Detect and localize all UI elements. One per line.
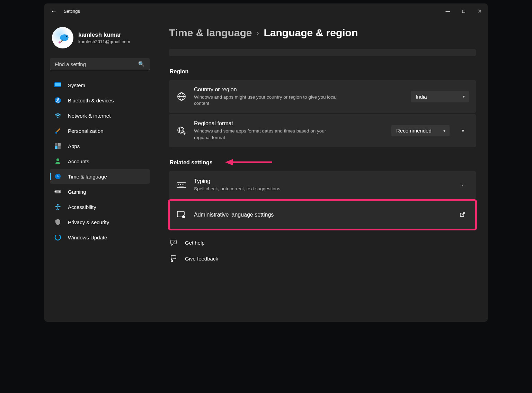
card-subtitle: Spell check, autocorrect, text suggestio… [194,186,449,192]
avatar [52,27,73,48]
nav-label: Bluetooth & devices [68,98,114,103]
card-text: Country or region Windows and apps might… [194,86,403,107]
user-email: kamlesh2011@gmail.com [78,39,130,44]
chevron-right-icon: › [257,29,259,37]
nav-apps[interactable]: Apps [50,139,150,153]
nav-personalization[interactable]: Personalization [50,124,150,138]
titlebar: ← Settings — □ ✕ [44,3,488,19]
settings-window: ← Settings — □ ✕ [44,3,488,322]
nav: System Bluetooth & devices Network & int… [50,78,150,245]
format-select[interactable]: Recommended ▾ [391,125,450,136]
expand-chevron-icon[interactable]: ▾ [457,128,469,134]
svg-rect-8 [55,143,57,146]
search-input[interactable] [55,61,135,67]
card-title: Regional format [194,120,384,127]
display-icon [54,81,62,89]
svg-point-12 [56,158,59,161]
chevron-right-icon: › [456,182,468,188]
accessibility-icon [54,203,62,211]
close-button[interactable]: ✕ [472,6,488,17]
gamepad-icon [54,188,62,195]
get-help-link[interactable]: ? Get help [170,238,486,247]
back-icon[interactable]: ← [51,8,57,15]
footer-links: ? Get help Give feedback [169,238,486,263]
regional-format-row[interactable]: 字 Regional format Windows and some apps … [169,114,476,147]
nav-label: Personalization [68,128,104,134]
search-box[interactable]: 🔍 [50,58,150,70]
nav-time-language[interactable]: Time & language [50,169,150,184]
nav-bluetooth[interactable]: Bluetooth & devices [50,93,150,108]
globe-a-icon: 字 [177,126,186,136]
update-icon [54,234,62,241]
globe-icon [177,92,186,101]
svg-rect-4 [55,83,61,86]
wifi-icon [54,112,62,119]
admin-language-settings-link[interactable]: Administrative language settings [169,200,476,229]
nav-accessibility[interactable]: Accessibility [50,200,150,214]
user-name: kamlesh kumar [78,31,130,38]
user-block[interactable]: kamlesh kumar kamlesh2011@gmail.com [50,22,150,57]
maximize-button[interactable]: □ [456,6,472,17]
country-region-row[interactable]: Country or region Windows and apps might… [169,80,476,113]
card-text: Typing Spell check, autocorrect, text su… [194,178,449,192]
nav-accounts[interactable]: Accounts [50,154,150,168]
svg-point-2 [59,42,61,44]
help-icon: ? [170,238,177,247]
svg-rect-28 [177,183,186,188]
select-value: Recommended [396,128,432,134]
nav-label: Time & language [68,174,107,180]
breadcrumb-current: Language & region [264,27,358,39]
section-related: Related settings [170,159,486,166]
footer-label: Get help [185,240,205,246]
open-external-icon [456,212,468,218]
keyboard-icon [177,180,186,190]
card-text: Regional format Windows and some apps fo… [194,120,384,140]
svg-text:?: ? [173,240,175,244]
nav-label: System [68,82,85,88]
related-settings-group: Related settings Typing Spell check, aut… [169,159,486,229]
nav-network[interactable]: Network & internet [50,108,150,123]
minimize-button[interactable]: — [440,6,456,17]
nav-update[interactable]: Windows Update [50,230,150,245]
svg-point-16 [60,192,61,193]
footer-label: Give feedback [185,256,218,262]
admin-lang-icon [177,210,186,220]
country-select[interactable]: India ▾ [411,91,469,102]
nav-label: Accounts [68,158,89,164]
nav-label: Windows Update [68,235,107,240]
give-feedback-link[interactable]: Give feedback [170,254,486,263]
breadcrumb: Time & language › Language & region [169,27,486,39]
app-title: Settings [64,9,80,14]
svg-rect-11 [58,146,61,149]
bluetooth-icon [54,97,62,104]
brush-icon [54,127,62,135]
nav-label: Apps [68,143,80,149]
svg-point-17 [57,204,59,205]
collapsed-card[interactable] [169,49,476,56]
svg-point-15 [59,191,60,192]
nav-gaming[interactable]: Gaming [50,184,150,199]
card-text: Administrative language settings [194,212,449,218]
body: kamlesh kumar kamlesh2011@gmail.com 🔍 Sy… [44,19,488,322]
nav-label: Network & internet [68,113,110,119]
shield-icon [54,218,62,226]
card-title: Administrative language settings [194,212,449,218]
nav-label: Privacy & security [68,219,109,225]
window-controls: — □ ✕ [440,6,488,17]
svg-text:字: 字 [183,131,186,135]
svg-rect-9 [58,143,61,146]
person-icon [54,157,62,165]
svg-point-18 [55,235,61,240]
clock-globe-icon [54,173,62,180]
nav-system[interactable]: System [50,78,150,92]
breadcrumb-parent[interactable]: Time & language [169,27,252,39]
svg-rect-10 [55,146,57,149]
nav-label: Gaming [68,189,86,195]
typing-link[interactable]: Typing Spell check, autocorrect, text su… [169,171,476,199]
nav-privacy[interactable]: Privacy & security [50,215,150,229]
card-title: Typing [194,178,449,184]
card-subtitle: Windows and some apps format dates and t… [194,128,339,140]
card-subtitle: Windows and apps might use your country … [194,94,339,107]
svg-point-1 [66,36,67,37]
apps-icon [54,142,62,150]
